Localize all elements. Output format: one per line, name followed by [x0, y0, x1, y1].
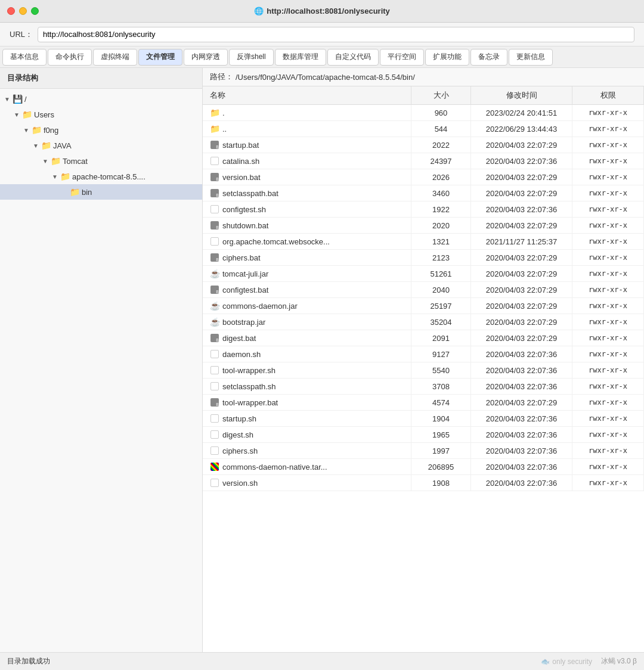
file-icon	[210, 462, 219, 472]
file-name-cell[interactable]: org.apache.tomcat.websocke...	[203, 234, 411, 250]
file-name-cell[interactable]: Bciphers.bat	[203, 250, 411, 266]
file-name-cell[interactable]: ☕commons-daemon.jar	[203, 298, 411, 314]
table-row[interactable]: version.sh19082020/04/03 22:07:36rwxr-xr…	[203, 475, 644, 491]
tab-基本信息[interactable]: 基本信息	[2, 49, 47, 66]
table-row[interactable]: Bdigest.bat20912020/04/03 22:07:29rwxr-x…	[203, 330, 644, 346]
file-name-cell[interactable]: Bconfigtest.bat	[203, 282, 411, 298]
file-name-cell[interactable]: commons-daemon-native.tar...	[203, 459, 411, 475]
table-row[interactable]: configtest.sh19222020/04/03 22:07:36rwxr…	[203, 201, 644, 218]
file-name-cell[interactable]: version.sh	[203, 475, 411, 491]
file-name-cell[interactable]: digest.sh	[203, 427, 411, 443]
file-name-cell[interactable]: Bshutdown.bat	[203, 218, 411, 234]
file-name-cell[interactable]: Bsetclasspath.bat	[203, 185, 411, 201]
file-size: 960	[411, 105, 471, 121]
table-row[interactable]: ☕bootstrap.jar352042020/04/03 22:07:29rw…	[203, 314, 644, 330]
table-row[interactable]: 📁.9602023/02/24 20:41:51rwxr-xr-x	[203, 105, 644, 121]
file-permissions: rwxr-xr-x	[572, 362, 644, 379]
tab-反弹shell[interactable]: 反弹shell	[229, 49, 274, 66]
tree-item-bin[interactable]: 📁 bin	[0, 184, 202, 200]
tree-arrow-java: ▼	[31, 142, 41, 149]
file-size: 51261	[411, 266, 471, 282]
close-button[interactable]	[7, 7, 15, 15]
status-text: 目录加载成功	[7, 656, 50, 666]
file-size: 2091	[411, 330, 471, 346]
tab-更新信息[interactable]: 更新信息	[509, 49, 553, 66]
file-icon: B	[210, 285, 219, 294]
table-row[interactable]: ☕commons-daemon.jar251972020/04/03 22:07…	[203, 298, 644, 314]
file-size: 544	[411, 121, 471, 137]
file-name-cell[interactable]: Bdigest.bat	[203, 330, 411, 346]
tree-arrow-root: ▼	[2, 96, 12, 103]
table-row[interactable]: org.apache.tomcat.websocke...13212021/11…	[203, 234, 644, 250]
file-icon	[210, 478, 219, 488]
file-name-cell[interactable]: catalina.sh	[203, 153, 411, 169]
tree-item-java[interactable]: ▼ 📁 JAVA	[0, 138, 202, 153]
tree-item-users[interactable]: ▼ 📁 Users	[0, 107, 202, 122]
tab-平行空间[interactable]: 平行空间	[380, 49, 424, 66]
table-row[interactable]: catalina.sh243972020/04/03 22:07:36rwxr-…	[203, 153, 644, 169]
file-name-cell[interactable]: configtest.sh	[203, 201, 411, 218]
table-row[interactable]: Bshutdown.bat20202020/04/03 22:07:29rwxr…	[203, 218, 644, 234]
table-row[interactable]: Btool-wrapper.bat45742020/04/03 22:07:29…	[203, 395, 644, 411]
tab-虚拟终端[interactable]: 虚拟终端	[93, 49, 137, 66]
table-row[interactable]: tool-wrapper.sh55402020/04/03 22:07:36rw…	[203, 362, 644, 379]
file-name: digest.sh	[222, 430, 253, 439]
file-name-cell[interactable]: ☕bootstrap.jar	[203, 314, 411, 330]
file-name-cell[interactable]: ciphers.sh	[203, 443, 411, 459]
col-header-name[interactable]: 名称	[203, 86, 411, 105]
file-permissions: rwxr-xr-x	[572, 298, 644, 314]
file-name-cell[interactable]: 📁.	[203, 105, 411, 121]
table-row[interactable]: setclasspath.sh37082020/04/03 22:07:36rw…	[203, 379, 644, 395]
table-row[interactable]: Bconfigtest.bat20402020/04/03 22:07:29rw…	[203, 282, 644, 298]
tree-item-f0ng[interactable]: ▼ 📁 f0ng	[0, 122, 202, 138]
file-name-cell[interactable]: Btool-wrapper.bat	[203, 395, 411, 411]
tree-label-root: /	[24, 95, 27, 104]
file-name: ciphers.bat	[222, 253, 261, 262]
table-row[interactable]: Bstartup.bat20222020/04/03 22:07:29rwxr-…	[203, 137, 644, 153]
col-header-modified[interactable]: 修改时间	[471, 86, 572, 105]
file-modified: 2020/04/03 22:07:36	[471, 153, 572, 169]
file-name-cell[interactable]: startup.sh	[203, 411, 411, 427]
tab-数据库管理[interactable]: 数据库管理	[275, 49, 326, 66]
table-row[interactable]: Bciphers.bat21232020/04/03 22:07:29rwxr-…	[203, 250, 644, 266]
tab-内网穿透[interactable]: 内网穿透	[184, 49, 228, 66]
file-name-cell[interactable]: setclasspath.sh	[203, 379, 411, 395]
table-row[interactable]: Bversion.bat20262020/04/03 22:07:29rwxr-…	[203, 169, 644, 185]
file-name-cell[interactable]: 📁..	[203, 121, 411, 137]
file-size: 25197	[411, 298, 471, 314]
file-table[interactable]: 名称 大小 修改时间 权限 📁.9602023/02/24 20:41:51rw…	[203, 86, 644, 652]
tab-命令执行[interactable]: 命令执行	[48, 49, 92, 66]
file-size: 5540	[411, 362, 471, 379]
tab-备忘录[interactable]: 备忘录	[470, 49, 507, 66]
table-row[interactable]: ☕tomcat-juli.jar512612020/04/03 22:07:29…	[203, 266, 644, 282]
tab-文件管理[interactable]: 文件管理	[138, 49, 182, 66]
tree-item-apache[interactable]: ▼ 📁 apache-tomcat-8.5....	[0, 169, 202, 184]
col-header-permissions[interactable]: 权限	[572, 86, 644, 105]
file-name-cell[interactable]: Bversion.bat	[203, 169, 411, 185]
tree-item-tomcat[interactable]: ▼ 📁 Tomcat	[0, 153, 202, 169]
table-row[interactable]: commons-daemon-native.tar...2068952020/0…	[203, 459, 644, 475]
tab-自定义代码[interactable]: 自定义代码	[327, 49, 379, 66]
file-name-cell[interactable]: daemon.sh	[203, 346, 411, 362]
table-row[interactable]: Bsetclasspath.bat34602020/04/03 22:07:29…	[203, 185, 644, 201]
tab-扩展功能[interactable]: 扩展功能	[425, 49, 469, 66]
file-modified: 2020/04/03 22:07:36	[471, 362, 572, 379]
file-size: 2026	[411, 169, 471, 185]
minimize-button[interactable]	[19, 7, 27, 15]
table-row[interactable]: daemon.sh91272020/04/03 22:07:36rwxr-xr-…	[203, 346, 644, 362]
table-row[interactable]: ciphers.sh19972020/04/03 22:07:36rwxr-xr…	[203, 443, 644, 459]
table-row[interactable]: digest.sh19652020/04/03 22:07:36rwxr-xr-…	[203, 427, 644, 443]
file-icon	[210, 204, 219, 214]
maximize-button[interactable]	[31, 7, 39, 15]
url-input[interactable]	[38, 27, 634, 42]
tree-container[interactable]: ▼ 💾 / ▼ 📁 Users ▼ 📁 f0ng ▼ 📁 JAVA	[0, 89, 202, 652]
table-row[interactable]: startup.sh19042020/04/03 22:07:36rwxr-xr…	[203, 411, 644, 427]
file-modified: 2020/04/03 22:07:29	[471, 314, 572, 330]
col-header-size[interactable]: 大小	[411, 86, 471, 105]
table-row[interactable]: 📁..5442022/06/29 13:44:43rwxr-xr-x	[203, 121, 644, 137]
file-permissions: rwxr-xr-x	[572, 443, 644, 459]
file-name-cell[interactable]: ☕tomcat-juli.jar	[203, 266, 411, 282]
tree-item-root[interactable]: ▼ 💾 /	[0, 91, 202, 107]
file-name-cell[interactable]: tool-wrapper.sh	[203, 362, 411, 379]
file-name-cell[interactable]: Bstartup.bat	[203, 137, 411, 153]
